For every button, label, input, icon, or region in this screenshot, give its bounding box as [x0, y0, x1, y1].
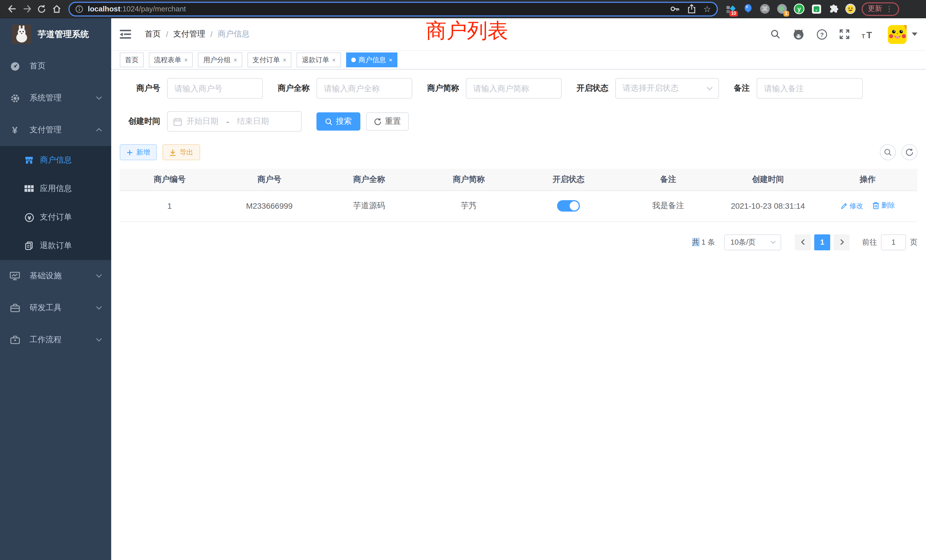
help-icon[interactable]: ? [817, 29, 828, 39]
close-icon[interactable]: × [283, 57, 286, 63]
filter-row-2: 创建时间 开始日期 - 结束日期 搜索 [125, 111, 917, 132]
url-bar[interactable]: localhost:1024/pay/merchant ☆ [68, 2, 718, 16]
edit-link[interactable]: 修改 [840, 201, 863, 211]
next-page-button[interactable] [834, 234, 850, 250]
tab-refund-order[interactable]: 退款订单× [297, 53, 341, 67]
extension-green-dot-icon[interactable]: 1 [776, 3, 787, 14]
tab-pay-order[interactable]: 支付订单× [247, 53, 292, 67]
browser-forward-button[interactable] [20, 2, 34, 16]
fullscreen-icon[interactable] [839, 29, 850, 39]
extensions-puzzle-icon[interactable] [828, 3, 839, 14]
logo-rabbit-avatar [12, 24, 31, 44]
browser-update-button[interactable]: 更新 ⋮ [862, 2, 899, 16]
remark-label: 备注 [734, 83, 750, 94]
chevron-down-icon [770, 241, 776, 244]
tab-home[interactable]: 首页 [120, 53, 144, 67]
col-full-name: 商户全称 [319, 169, 419, 191]
share-icon[interactable] [687, 4, 695, 14]
extension-badge: 10 [729, 11, 738, 17]
toolbox-icon [10, 303, 20, 312]
password-key-icon[interactable] [670, 5, 679, 13]
extension-balloon-icon[interactable] [742, 3, 753, 14]
extension-command-icon[interactable]: ⌘ [760, 3, 770, 14]
sidebar-item-workflow[interactable]: 工作流程 [0, 324, 111, 356]
filter-remark: 备注 [734, 78, 863, 98]
short-name-input[interactable] [466, 78, 561, 98]
sidebar-item-pay-order[interactable]: ¥ 支付订单 [0, 203, 111, 232]
sidebar-item-infra[interactable]: 基础设施 [0, 260, 111, 292]
prev-page-button[interactable] [795, 234, 811, 250]
sidebar-item-refund-order[interactable]: 退款订单 [0, 232, 111, 260]
close-icon[interactable]: × [389, 57, 393, 63]
browser-menu-kebab-icon[interactable]: ⋮ [885, 5, 893, 13]
svg-text:¥: ¥ [27, 215, 31, 221]
avatar-caret-icon[interactable] [912, 32, 917, 36]
browser-reload-button[interactable] [34, 2, 49, 16]
github-icon[interactable] [793, 29, 805, 40]
merchant-no-input[interactable] [167, 78, 263, 98]
breadcrumb-home[interactable]: 首页 [145, 29, 161, 39]
sidebar-fold-icon[interactable] [120, 29, 131, 39]
sidebar-item-pay[interactable]: ¥ 支付管理 [0, 114, 111, 146]
close-icon[interactable]: × [233, 57, 237, 63]
add-button[interactable]: 新增 [120, 144, 157, 160]
font-size-icon[interactable]: TT [862, 29, 875, 39]
header-search-icon[interactable] [770, 29, 781, 39]
close-icon[interactable]: × [332, 57, 336, 63]
page-content: 商户号 商户全称 商户简称 开启状态 请选择开启状态 [111, 70, 926, 250]
sidebar-item-system[interactable]: 系统管理 [0, 82, 111, 114]
chevron-down-icon [96, 274, 102, 278]
table-row: 1 M233666999 芋道源码 芋艿 我是备注 2021-10-23 08:… [120, 191, 917, 221]
tab-merchant-info[interactable]: 商户信息× [346, 53, 398, 67]
browser-back-button[interactable] [5, 2, 20, 16]
status-toggle[interactable] [557, 200, 580, 212]
cell-full-name: 芋道源码 [319, 191, 419, 221]
toggle-search-button[interactable] [880, 144, 896, 160]
cell-create-time: 2021-10-23 08:31:14 [718, 191, 818, 221]
menu-label: 商户信息 [40, 155, 72, 165]
extension-green-doc-icon[interactable] [811, 3, 822, 14]
table-header-row: 商户编号 商户号 商户全称 商户简称 开启状态 备注 创建时间 操作 [120, 169, 917, 191]
close-icon[interactable]: × [184, 57, 188, 63]
status-select[interactable]: 请选择开启状态 [615, 78, 719, 98]
sidebar-item-home[interactable]: 首页 [0, 50, 111, 82]
full-name-input[interactable] [316, 78, 412, 98]
browser-profile-avatar[interactable] [845, 3, 856, 14]
browser-home-button[interactable] [49, 2, 64, 16]
chevron-down-icon [96, 338, 102, 342]
dashboard-icon [10, 61, 20, 71]
extension-y-icon[interactable]: y [794, 3, 805, 14]
url-text[interactable]: localhost:1024/pay/merchant [88, 5, 186, 13]
sidebar-menu: 首页 系统管理 ¥ 支付管理 [0, 50, 111, 356]
export-button[interactable]: 导出 [162, 144, 200, 160]
breadcrumb-pay[interactable]: 支付管理 [173, 29, 205, 39]
user-avatar-pikachu[interactable] [888, 25, 906, 44]
sidebar-item-app-info[interactable]: 应用信息 [0, 174, 111, 203]
command-glyph: ⌘ [762, 5, 768, 12]
refresh-icon [905, 148, 914, 156]
create-time-label: 创建时间 [125, 117, 160, 127]
page-1-button[interactable]: 1 [814, 234, 830, 250]
search-button[interactable]: 搜索 [316, 112, 360, 130]
menu-label: 工作流程 [30, 335, 62, 345]
reset-button[interactable]: 重置 [366, 112, 409, 130]
grid-icon [24, 185, 34, 193]
remark-input[interactable] [757, 78, 863, 98]
date-range-picker[interactable]: 开始日期 - 结束日期 [167, 111, 302, 132]
sidebar-logo[interactable]: 芋道管理系统 [0, 18, 111, 50]
goto-page-input[interactable] [881, 234, 906, 250]
sidebar-item-dev-tools[interactable]: 研发工具 [0, 292, 111, 324]
extension-blue-diamond-icon[interactable]: 10 [725, 3, 736, 14]
bookmark-star-icon[interactable]: ☆ [704, 5, 711, 13]
sidebar-item-merchant-info[interactable]: 商户信息 [0, 146, 111, 174]
refresh-table-button[interactable] [902, 144, 917, 160]
page-size-select[interactable]: 10条/页 [724, 234, 781, 250]
tab-process-form[interactable]: 流程表单× [149, 53, 193, 67]
trash-icon [872, 202, 879, 209]
menu-label: 系统管理 [30, 93, 62, 103]
site-info-icon[interactable] [75, 5, 83, 13]
svg-text:T: T [862, 33, 865, 39]
delete-link[interactable]: 删除 [872, 201, 895, 210]
tab-user-group[interactable]: 用户分组× [198, 53, 242, 67]
date-separator: - [226, 117, 229, 126]
